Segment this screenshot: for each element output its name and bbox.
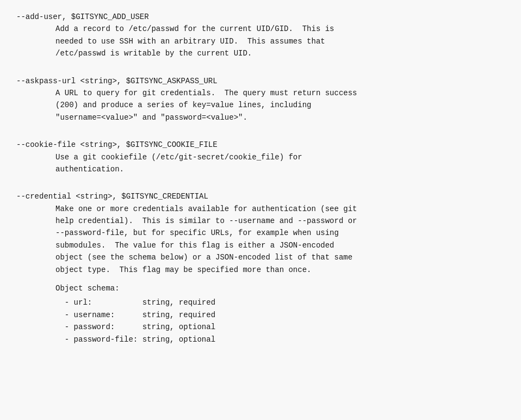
flag-header-add-user: --add-user, $GITSYNC_ADD_USER xyxy=(16,11,505,23)
description-line: object (see the schema below) or a JSON-… xyxy=(55,251,505,263)
flag-header-cookie-file: --cookie-file <string>, $GITSYNC_COOKIE_… xyxy=(16,139,505,151)
flag-description-credential: Make one or more credentials available f… xyxy=(16,203,505,276)
flag-entry-cookie-file: --cookie-file <string>, $GITSYNC_COOKIE_… xyxy=(16,139,505,175)
flag-description-askpass-url: A URL to query for git credentials. The … xyxy=(16,87,505,123)
description-line: /etc/passwd is writable by the current U… xyxy=(55,47,505,59)
description-line: Make one or more credentials available f… xyxy=(55,203,505,215)
flag-description-cookie-file: Use a git cookiefile (/etc/git-secret/co… xyxy=(16,151,505,176)
description-line: needed to use SSH with an arbitrary UID.… xyxy=(55,35,505,47)
doc-container: --add-user, $GITSYNC_ADD_USERAdd a recor… xyxy=(16,11,505,345)
description-line: submodules. The value for this flag is e… xyxy=(55,239,505,251)
flag-entry-add-user: --add-user, $GITSYNC_ADD_USERAdd a recor… xyxy=(16,11,505,60)
description-line: (200) and produce a series of key=value … xyxy=(55,99,505,111)
schema-block-credential: Object schema: - url: string, required -… xyxy=(16,282,505,345)
description-line: Use a git cookiefile (/etc/git-secret/co… xyxy=(55,151,505,163)
description-line: A URL to query for git credentials. The … xyxy=(55,87,505,99)
description-line: object type. This flag may be specified … xyxy=(55,264,505,276)
schema-item: - password-file: string, optional xyxy=(55,333,505,345)
flag-header-askpass-url: --askpass-url <string>, $GITSYNC_ASKPASS… xyxy=(16,75,505,87)
schema-item: - password: string, optional xyxy=(55,321,505,333)
schema-item: - url: string, required xyxy=(55,297,505,308)
flag-header-credential: --credential <string>, $GITSYNC_CREDENTI… xyxy=(16,190,505,202)
schema-title: Object schema: xyxy=(55,282,505,294)
description-line: help credential). This is similar to --u… xyxy=(55,215,505,227)
description-line: authentication. xyxy=(55,163,505,175)
schema-item: - username: string, required xyxy=(55,309,505,321)
flag-description-add-user: Add a record to /etc/passwd for the curr… xyxy=(16,23,505,59)
description-line: "username=<value>" and "password=<value>… xyxy=(55,112,505,123)
description-line: Add a record to /etc/passwd for the curr… xyxy=(55,23,505,35)
flag-entry-askpass-url: --askpass-url <string>, $GITSYNC_ASKPASS… xyxy=(16,75,505,124)
description-line: --password-file, but for specific URLs, … xyxy=(55,227,505,239)
flag-entry-credential: --credential <string>, $GITSYNC_CREDENTI… xyxy=(16,190,505,345)
